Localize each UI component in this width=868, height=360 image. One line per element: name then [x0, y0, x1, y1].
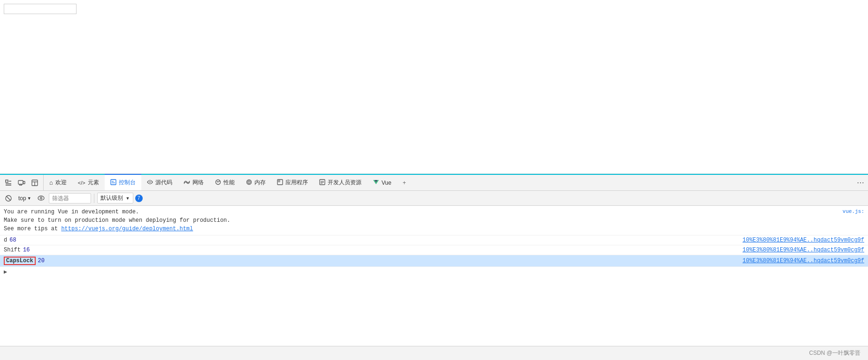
context-label: top [18, 195, 26, 202]
tab-source-label: 源代码 [155, 179, 172, 187]
svg-line-18 [217, 181, 218, 182]
add-tab-icon: + [403, 180, 406, 186]
svg-rect-0 [6, 180, 8, 182]
log-key-capslock: CapsLock [4, 257, 36, 265]
performance-icon [215, 179, 221, 187]
tab-vue-label: Vue [382, 180, 392, 186]
console-toolbar: top ▼ 默认级别 ▼ 7 [0, 191, 868, 206]
svg-line-17 [218, 181, 220, 182]
svg-rect-5 [23, 181, 25, 184]
log-source-d[interactable]: 10%E3%80%81E9%94%AE..hqdact59vm0cg9f [743, 237, 864, 243]
level-label: 默认级别 [100, 194, 123, 202]
message-count: 7 [138, 196, 140, 201]
tab-add[interactable]: + [397, 175, 412, 190]
inspect-icon[interactable] [2, 176, 15, 189]
tab-welcome[interactable]: ⌂ 欢迎 [44, 175, 72, 190]
network-icon [184, 179, 190, 187]
source-icon [147, 179, 153, 187]
tab-elements-label: 元素 [88, 179, 99, 187]
application-icon [277, 179, 283, 187]
vue-info-line3: See more tips at https://vuejs.org/guide… [4, 225, 838, 233]
log-val-capslock: 20 [38, 258, 45, 264]
svg-point-19 [246, 180, 251, 184]
context-dropdown[interactable]: top ▼ [16, 194, 34, 203]
credit-text: CSDN @一叶飘零晋 [809, 349, 860, 357]
log-source-shift[interactable]: 10%E3%80%81E9%94%AE..hqdact59vm0cg9f [743, 247, 864, 253]
devresources-icon [319, 179, 325, 187]
devtools-icon-group [0, 175, 44, 190]
panel-icon[interactable] [28, 176, 41, 189]
vue-info-message: You are running Vue in development mode.… [0, 206, 868, 235]
tab-performance-label: 性能 [223, 179, 235, 187]
log-source-capslock[interactable]: 10%E3%80%81E9%94%AE..hqdact59vm0cg9f [743, 258, 864, 264]
level-dropdown[interactable]: 默认级别 ▼ [97, 193, 133, 203]
filter-input[interactable] [49, 193, 91, 203]
status-bar: CSDN @一叶飘零晋 [0, 346, 868, 360]
level-dropdown-arrow: ▼ [126, 196, 130, 201]
tab-memory[interactable]: 内存 [240, 175, 271, 190]
log-row-shift: Shift 16 10%E3%80%81E9%94%AE..hqdact59vm… [0, 245, 868, 255]
log-row-capslock: CapsLock 20 10%E3%80%81E9%94%AE..hqdact5… [0, 255, 868, 267]
vue-info-link[interactable]: https://vuejs.org/guide/deployment.html [61, 226, 193, 232]
log-key-shift: Shift [4, 247, 21, 253]
tab-network-label: 网络 [192, 179, 204, 187]
toolbar-separator [94, 194, 94, 203]
tab-elements[interactable]: </> 元素 [72, 175, 105, 190]
svg-point-31 [38, 196, 44, 200]
tab-application[interactable]: 应用程序 [271, 175, 314, 190]
log-key-d: d [4, 237, 7, 243]
console-output: You are running Vue in development mode.… [0, 206, 868, 346]
eye-btn[interactable] [36, 193, 47, 204]
vue-info-content: You are running Vue in development mode.… [4, 208, 838, 233]
svg-line-30 [7, 196, 10, 200]
caret-icon: ▶ [4, 269, 7, 275]
vue-info-line1: You are running Vue in development mode. [4, 208, 838, 216]
tab-console-label: 控制台 [119, 179, 136, 187]
vue-info-source[interactable]: vue.js: [843, 208, 864, 216]
device-icon[interactable] [15, 176, 28, 189]
console-caret[interactable]: ▶ [0, 267, 868, 277]
tab-performance[interactable]: 性能 [209, 175, 240, 190]
svg-point-20 [248, 181, 250, 183]
home-icon: ⌂ [49, 179, 53, 186]
tab-welcome-label: 欢迎 [55, 179, 67, 187]
tab-console[interactable]: 控制台 [105, 174, 141, 190]
vue-icon [373, 179, 379, 187]
svg-rect-22 [278, 180, 280, 182]
memory-icon [246, 179, 252, 187]
tab-vue[interactable]: Vue [367, 175, 397, 190]
more-tabs-btn[interactable]: ⋯ [853, 175, 868, 190]
tab-devresources-label: 开发人员资源 [328, 179, 361, 187]
tab-network[interactable]: 网络 [178, 175, 209, 190]
tabs-list: ⌂ 欢迎 </> 元素 控制台 [44, 175, 853, 190]
svg-rect-4 [18, 180, 23, 184]
devtools-tabbar: ⌂ 欢迎 </> 元素 控制台 [0, 174, 868, 191]
svg-rect-12 [111, 180, 116, 185]
clear-console-btn[interactable] [3, 193, 14, 204]
tab-source[interactable]: 源代码 [141, 175, 178, 190]
tab-devresources[interactable]: 开发人员资源 [314, 175, 367, 190]
message-count-badge: 7 [135, 195, 143, 202]
tab-application-label: 应用程序 [285, 179, 308, 187]
context-dropdown-arrow: ▼ [27, 196, 31, 201]
vue-info-line2: Make sure to turn on production mode whe… [4, 216, 838, 225]
page-search-input[interactable]: d [4, 4, 77, 14]
elements-icon: </> [78, 180, 85, 186]
log-val-d: 68 [9, 237, 16, 243]
log-val-shift: 16 [23, 247, 30, 253]
log-row-d: d 68 10%E3%80%81E9%94%AE..hqdact59vm0cg9… [0, 235, 868, 245]
svg-point-32 [40, 197, 42, 199]
tab-memory-label: 内存 [254, 179, 266, 187]
more-tabs-icon: ⋯ [857, 178, 864, 187]
page-content-area: d [0, 0, 868, 174]
console-icon [110, 179, 116, 187]
